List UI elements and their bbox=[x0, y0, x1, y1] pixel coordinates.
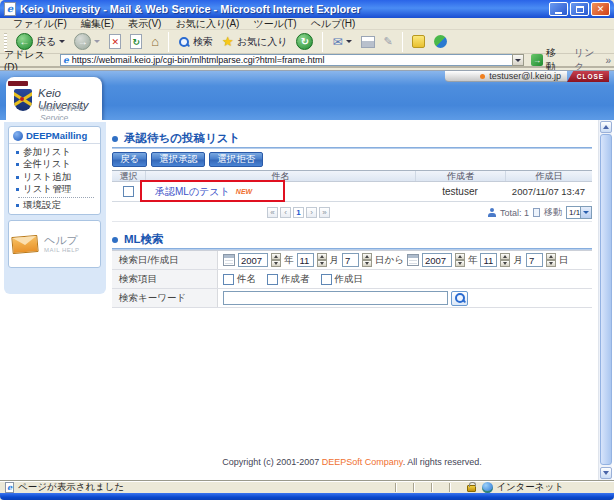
keyword-input[interactable] bbox=[223, 291, 448, 305]
spin-up-icon[interactable] bbox=[546, 253, 556, 260]
edit-button[interactable]: ✎ bbox=[380, 31, 397, 53]
to-year-input[interactable] bbox=[422, 253, 452, 267]
from-day-stepper[interactable] bbox=[362, 253, 372, 267]
spin-down-icon[interactable] bbox=[271, 260, 281, 267]
spin-down-icon[interactable] bbox=[362, 260, 372, 267]
help-box[interactable]: ヘルプ MAIL HELP bbox=[8, 220, 101, 268]
to-year-stepper[interactable] bbox=[455, 253, 465, 267]
row-checkbox[interactable] bbox=[123, 186, 134, 197]
edit-icon: ✎ bbox=[384, 36, 393, 47]
company-link[interactable]: DEEPSoft Company bbox=[322, 457, 403, 467]
spin-up-icon[interactable] bbox=[271, 253, 281, 260]
menu-view[interactable]: 表示(V) bbox=[121, 18, 168, 30]
spin-down-icon[interactable] bbox=[546, 260, 556, 267]
maximize-button[interactable] bbox=[570, 2, 589, 16]
calendar-icon[interactable] bbox=[223, 254, 235, 266]
from-month-input[interactable] bbox=[297, 253, 314, 267]
keio-crest-dot bbox=[20, 97, 24, 101]
spin-down-icon[interactable] bbox=[317, 260, 327, 267]
ie-window: e Keio University - Mail & Web Service -… bbox=[0, 0, 614, 500]
toolbar: ← 戻る → ✕ ↻ ⌂ 検索 ★ お気に入り ↻ ✉ bbox=[0, 30, 614, 54]
minimize-icon bbox=[555, 12, 562, 14]
scroll-down-button[interactable] bbox=[600, 467, 612, 479]
discuss-button[interactable] bbox=[408, 31, 429, 53]
spin-up-icon[interactable] bbox=[455, 253, 465, 260]
approve-selected-button[interactable]: 選択承認 bbox=[151, 152, 205, 167]
menu-help[interactable]: ヘルプ(H) bbox=[304, 18, 363, 30]
spin-down-icon[interactable] bbox=[455, 260, 465, 267]
keyword-search-button[interactable] bbox=[451, 291, 468, 306]
from-day-input[interactable] bbox=[342, 253, 359, 267]
to-month-stepper[interactable] bbox=[500, 253, 510, 267]
date-row: 検索日/作成日 年 月 日から 年 bbox=[112, 251, 592, 270]
search-button[interactable]: 検索 bbox=[174, 31, 217, 53]
history-icon: ↻ bbox=[296, 33, 313, 50]
to-day-input[interactable] bbox=[526, 253, 543, 267]
menu-tools[interactable]: ツール(T) bbox=[246, 18, 303, 30]
date-checkbox-label: 作成日 bbox=[335, 273, 364, 286]
address-dropdown-button[interactable] bbox=[512, 54, 524, 66]
print-button[interactable] bbox=[357, 31, 379, 53]
spin-up-icon[interactable] bbox=[362, 253, 372, 260]
keyword-row-label: 検索キーワード bbox=[112, 289, 218, 307]
sidebar-item-add-list[interactable]: リスト追加 bbox=[16, 171, 100, 184]
select-arrow-button[interactable] bbox=[580, 207, 591, 218]
history-button[interactable]: ↻ bbox=[292, 31, 317, 53]
sidebar-item-all-list[interactable]: 全件リスト bbox=[16, 159, 100, 172]
bullet-icon bbox=[16, 204, 19, 207]
page-next-button[interactable]: › bbox=[306, 207, 317, 218]
sidebar-menu-list: 参加リスト 全件リスト リスト追加 リスト管理 環境設定 bbox=[9, 144, 100, 212]
status-divider bbox=[395, 483, 397, 492]
mail-button[interactable]: ✉ bbox=[328, 31, 355, 53]
spin-down-icon[interactable] bbox=[500, 260, 510, 267]
scroll-up-button[interactable] bbox=[600, 121, 612, 133]
maximize-icon bbox=[576, 6, 584, 13]
page-last-button[interactable]: » bbox=[319, 207, 330, 218]
menu-file[interactable]: ファイル(F) bbox=[6, 18, 74, 30]
page-select[interactable]: 1/1 bbox=[566, 206, 592, 219]
refresh-button[interactable]: ↻ bbox=[126, 31, 146, 53]
spin-up-icon[interactable] bbox=[317, 253, 327, 260]
date-checkbox[interactable] bbox=[321, 274, 332, 285]
scrollbar-thumb[interactable] bbox=[600, 134, 612, 465]
window-bottom-border bbox=[0, 493, 614, 500]
calendar-icon[interactable] bbox=[407, 254, 419, 266]
fields-row: 検索項目 件名 作成者 作成日 bbox=[112, 270, 592, 289]
sidebar-item-manage-list[interactable]: リスト管理 bbox=[16, 184, 100, 197]
subject-checkbox[interactable] bbox=[223, 274, 234, 285]
to-day-stepper[interactable] bbox=[546, 253, 556, 267]
sidebar-item-label: 環境設定 bbox=[23, 199, 61, 212]
author-checkbox[interactable] bbox=[267, 274, 278, 285]
menu-favorites[interactable]: お気に入り(A) bbox=[168, 18, 246, 30]
sidebar-item-join-list[interactable]: 参加リスト bbox=[16, 146, 100, 159]
brand-tab: Keio University Mail & Web Service bbox=[6, 77, 102, 121]
messenger-icon bbox=[434, 35, 447, 48]
messenger-button[interactable] bbox=[430, 31, 451, 53]
back-dropdown-icon bbox=[59, 40, 65, 43]
page-first-button[interactable]: « bbox=[267, 207, 278, 218]
refresh-icon: ↻ bbox=[130, 34, 142, 49]
from-year-input[interactable] bbox=[238, 253, 268, 267]
menu-edit[interactable]: 編集(E) bbox=[74, 18, 121, 30]
close-session-button[interactable]: CLOSE bbox=[567, 71, 609, 82]
reject-selected-button[interactable]: 選択拒否 bbox=[209, 152, 263, 167]
from-month-stepper[interactable] bbox=[317, 253, 327, 267]
address-input[interactable]: e https://webmail.keio.jp/cgi-bin/mlhtml… bbox=[60, 54, 524, 66]
back-list-button[interactable]: 戻る bbox=[112, 152, 147, 167]
page-prev-button[interactable]: ‹ bbox=[280, 207, 291, 218]
sidebar-item-settings[interactable]: 環境設定 bbox=[16, 199, 100, 212]
forward-button[interactable]: → bbox=[70, 31, 104, 53]
minimize-button[interactable] bbox=[549, 2, 568, 16]
favorites-button[interactable]: ★ お気に入り bbox=[218, 31, 291, 53]
vertical-scrollbar[interactable] bbox=[598, 120, 612, 480]
from-year-stepper[interactable] bbox=[271, 253, 281, 267]
mail-dropdown-icon bbox=[346, 40, 352, 43]
stop-button[interactable]: ✕ bbox=[105, 31, 125, 53]
spin-up-icon[interactable] bbox=[500, 253, 510, 260]
home-button[interactable]: ⌂ bbox=[147, 31, 163, 53]
help-text: ヘルプ MAIL HELP bbox=[44, 234, 80, 254]
page-current[interactable]: 1 bbox=[293, 207, 304, 218]
to-month-input[interactable] bbox=[480, 253, 497, 267]
window-close-button[interactable]: ✕ bbox=[591, 2, 610, 16]
total-icon bbox=[488, 208, 496, 217]
